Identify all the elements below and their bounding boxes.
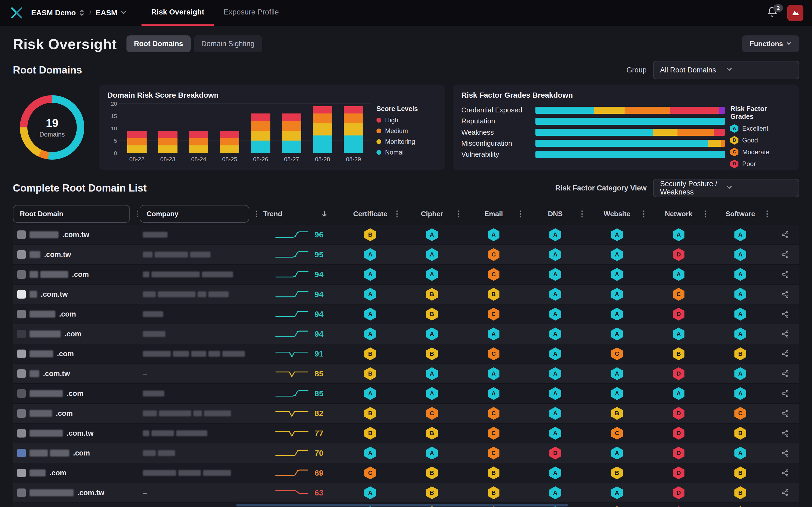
tab-risk-oversight[interactable]: Risk Oversight: [142, 0, 214, 26]
company-cell: [140, 404, 259, 423]
grade-cell: A: [463, 384, 524, 403]
bar-segment-medium: [313, 113, 332, 123]
table-row[interactable]: .com.tw 77 B B C A C D B: [13, 424, 799, 443]
relation-graph-icon[interactable]: [781, 330, 789, 338]
relation-graph-icon[interactable]: [781, 270, 789, 278]
grade-cell: A: [709, 304, 771, 324]
relation-graph-icon[interactable]: [781, 310, 789, 318]
relation-graph-icon[interactable]: [781, 250, 789, 259]
table-row[interactable]: .com 94 A B C A A D A: [13, 304, 799, 324]
column-header-company[interactable]: Company: [140, 205, 249, 223]
grade-badge: C: [673, 288, 684, 301]
relation-graph-icon[interactable]: [781, 350, 789, 358]
bar-segment-medium: [127, 138, 147, 145]
brand-logo-icon[interactable]: [9, 5, 25, 21]
table-row[interactable]: .com.tw 96 B A A A A A A: [13, 225, 799, 245]
relation-graph-icon[interactable]: [781, 469, 789, 477]
relation-graph-icon[interactable]: [781, 370, 789, 378]
column-header-network[interactable]: Network⋮: [648, 203, 710, 225]
table-row[interactable]: .com 94 A A A A A A A: [13, 324, 799, 344]
column-menu-icon[interactable]: ⋮: [763, 210, 768, 218]
horizontal-scrollbar-thumb[interactable]: [236, 504, 568, 506]
table-row[interactable]: .com.tw – 85 B A A A A D A: [13, 364, 799, 384]
grade-cell: A: [524, 404, 586, 423]
trend-sparkline: [275, 427, 309, 439]
column-menu-icon[interactable]: ⋮: [578, 210, 583, 218]
grade-badge: A: [734, 328, 746, 340]
tab-exposure-profile[interactable]: Exposure Profile: [214, 0, 288, 26]
toggle-domain-sighting[interactable]: Domain Sighting: [194, 36, 262, 52]
bar-stack: [220, 104, 239, 153]
group-select[interactable]: All Root Domains: [653, 61, 799, 79]
toggle-root-domains[interactable]: Root Domains: [126, 36, 191, 52]
bar-column: [313, 104, 332, 153]
table-row[interactable]: .com.tw 95 A A C A A D A: [13, 245, 799, 265]
notifications-button[interactable]: 2: [767, 6, 778, 19]
column-header-dns[interactable]: DNS⋮: [524, 203, 586, 225]
grade-badge: A: [673, 268, 684, 281]
domain-redacted: [30, 410, 52, 417]
column-header-website[interactable]: Website⋮: [586, 203, 648, 225]
grade-badge: A: [426, 387, 438, 400]
relation-graph-icon[interactable]: [781, 231, 789, 239]
column-header-certificate[interactable]: Certificate⋮: [340, 203, 401, 225]
column-menu-icon[interactable]: ⋮: [516, 210, 522, 218]
column-header-trend[interactable]: Trend: [259, 203, 340, 225]
account-avatar[interactable]: [787, 5, 803, 21]
table-row[interactable]: .com 70 A A C D A D A: [13, 443, 799, 463]
column-header-cipher[interactable]: Cipher⋮: [401, 203, 463, 225]
chevron-down-icon: [726, 66, 792, 74]
table-row[interactable]: .com 94 A A C A A A A: [13, 265, 799, 285]
column-header-email[interactable]: Email⋮: [463, 203, 524, 225]
risk-factor-label: Vulnerability: [461, 150, 536, 159]
favicon: [17, 389, 26, 398]
column-header-root-domain[interactable]: Root Domain: [13, 205, 130, 223]
grade-badge: A: [549, 288, 561, 301]
relation-graph-icon[interactable]: [781, 290, 789, 298]
company-cell: [140, 225, 259, 244]
grade-cell: A: [524, 265, 586, 284]
trend-cell: 94: [259, 265, 340, 284]
column-menu-icon[interactable]: ⋮: [252, 210, 258, 218]
org-selector[interactable]: EASM Demo: [31, 9, 85, 17]
grade-cell: A: [524, 344, 586, 363]
grade-cell: A: [524, 463, 586, 483]
column-menu-icon[interactable]: ⋮: [133, 210, 139, 218]
bar-segment-medium: [220, 138, 239, 145]
relation-graph-icon[interactable]: [781, 409, 789, 417]
root-domain-cell: .com.tw: [13, 225, 140, 244]
table-row[interactable]: .com.tw 94 A B B A A C A: [13, 285, 799, 304]
table-row[interactable]: .com 91 B B C A C B B: [13, 344, 799, 364]
group-label: Group: [626, 66, 647, 74]
column-menu-icon[interactable]: ⋮: [455, 210, 460, 218]
category-view-select[interactable]: Security Posture / Weakness: [653, 179, 799, 197]
column-menu-icon[interactable]: ⋮: [393, 210, 399, 218]
table-row[interactable]: .com 82 B C C A B D C: [13, 404, 799, 424]
relation-graph-icon[interactable]: [781, 429, 789, 437]
column-menu-icon[interactable]: ⋮: [701, 210, 707, 218]
root-domain-cell: .com.tw: [13, 483, 140, 502]
company-redacted: [143, 351, 245, 357]
grade-cell: A: [709, 225, 771, 244]
column-header-software[interactable]: Software⋮: [709, 203, 771, 225]
trend-sparkline: [275, 288, 309, 300]
sort-descending-icon[interactable]: [321, 211, 327, 217]
risk-factor-rows: Credential ExposedReputationWeaknessMisc…: [461, 104, 725, 163]
module-selector[interactable]: EASM: [96, 9, 126, 17]
table-row[interactable]: .com 85 A A A A A A A: [13, 384, 799, 404]
table-row[interactable]: .com.tw – 63 A B B A A D B: [13, 483, 799, 503]
table-row[interactable]: .com 69 C B B A B D B: [13, 463, 799, 483]
grade-badge: A: [426, 367, 438, 380]
grade-cell: A: [340, 245, 401, 264]
trend-score: 94: [314, 290, 323, 299]
relation-graph-icon[interactable]: [781, 449, 789, 457]
functions-button[interactable]: Functions: [742, 36, 799, 52]
relation-graph-icon[interactable]: [781, 489, 789, 497]
relation-graph-icon[interactable]: [781, 390, 789, 398]
column-menu-icon[interactable]: ⋮: [640, 210, 645, 218]
favicon: [17, 370, 26, 378]
grade-cell: D: [648, 304, 710, 324]
grade-cell: C: [586, 344, 648, 363]
grade-badge: C: [488, 407, 499, 420]
grade-cell: A: [401, 265, 463, 284]
